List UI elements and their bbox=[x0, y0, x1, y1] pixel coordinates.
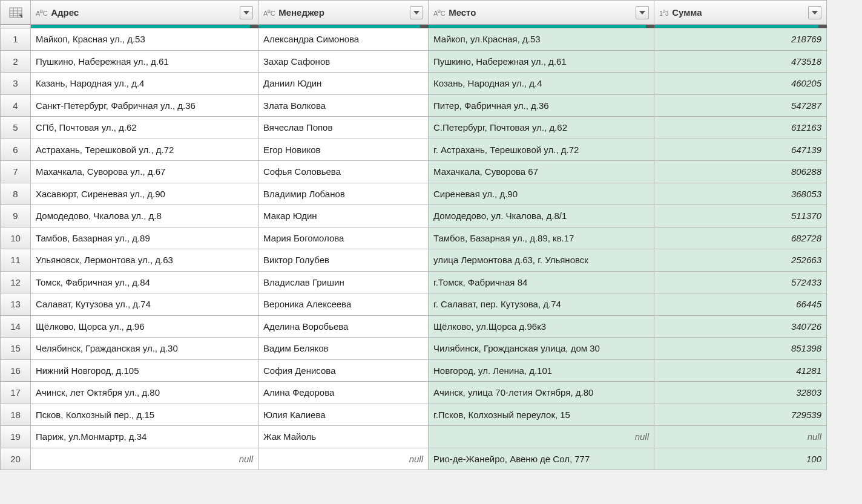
row-number[interactable]: 15 bbox=[1, 338, 31, 360]
cell-manager[interactable]: Мария Богомолова bbox=[258, 227, 429, 250]
cell-manager[interactable]: София Денисова bbox=[258, 360, 429, 382]
cell-address[interactable]: null bbox=[31, 448, 258, 471]
row-number[interactable]: 4 bbox=[1, 95, 31, 117]
cell-place[interactable]: Рио-де-Жанейро, Авеню де Сол, 777 bbox=[429, 448, 654, 471]
cell-sum[interactable]: 66445 bbox=[654, 293, 827, 316]
cell-address[interactable]: Майкоп, Красная ул., д.53 bbox=[31, 28, 258, 51]
row-number[interactable]: 12 bbox=[1, 272, 31, 294]
cell-sum[interactable]: null bbox=[654, 426, 827, 448]
cell-manager[interactable]: Аделина Воробьева bbox=[258, 316, 429, 338]
cell-address[interactable]: Париж, ул.Монмартр, д.34 bbox=[31, 426, 258, 448]
row-number[interactable]: 17 bbox=[1, 382, 31, 404]
row-number[interactable]: 3 bbox=[1, 73, 31, 95]
cell-sum[interactable]: 473518 bbox=[654, 51, 827, 73]
cell-place[interactable]: улица Лермонтова д.63, г. Ульяновск bbox=[429, 249, 654, 272]
cell-address[interactable]: Нижний Новгород, д.105 bbox=[31, 360, 258, 382]
cell-address[interactable]: Санкт-Петербург, Фабричная ул., д.36 bbox=[31, 95, 258, 117]
row-number[interactable]: 16 bbox=[1, 360, 31, 382]
cell-address[interactable]: Махачкала, Суворова ул., д.67 bbox=[31, 161, 258, 183]
cell-place[interactable]: Щёлково, ул.Щорса д.96к3 bbox=[429, 316, 654, 338]
cell-manager[interactable]: null bbox=[258, 448, 429, 471]
cell-sum[interactable]: 511370 bbox=[654, 205, 827, 227]
cell-manager[interactable]: Жак Майоль bbox=[258, 426, 429, 448]
row-number[interactable]: 6 bbox=[1, 139, 31, 162]
cell-place[interactable]: null bbox=[429, 426, 654, 448]
column-resize-handle[interactable] bbox=[250, 25, 258, 28]
row-number[interactable]: 8 bbox=[1, 183, 31, 206]
cell-sum[interactable]: 340726 bbox=[654, 316, 827, 338]
cell-sum[interactable]: 460205 bbox=[654, 73, 827, 95]
cell-place[interactable]: Питер, Фабричная ул., д.36 bbox=[429, 95, 654, 117]
cell-place[interactable]: Тамбов, Базарная ул., д.89, кв.17 bbox=[429, 227, 654, 250]
column-filter-button[interactable] bbox=[240, 6, 253, 19]
cell-sum[interactable]: 547287 bbox=[654, 95, 827, 117]
cell-address[interactable]: Томск, Фабричная ул., д.84 bbox=[31, 272, 258, 294]
row-number[interactable]: 18 bbox=[1, 404, 31, 427]
cell-manager[interactable]: Владимир Лобанов bbox=[258, 183, 429, 206]
cell-manager[interactable]: Егор Новиков bbox=[258, 139, 429, 162]
cell-address[interactable]: Пушкино, Набережная ул., д.61 bbox=[31, 51, 258, 73]
row-number[interactable]: 5 bbox=[1, 117, 31, 139]
cell-place[interactable]: г. Салават, пер. Кутузова, д.74 bbox=[429, 293, 654, 316]
cell-sum[interactable]: 851398 bbox=[654, 338, 827, 360]
column-header-2[interactable]: ABCМесто bbox=[429, 1, 654, 25]
cell-address[interactable]: Салават, Кутузова ул., д.74 bbox=[31, 293, 258, 316]
column-filter-button[interactable] bbox=[808, 6, 821, 19]
cell-place[interactable]: Сиреневая ул., д.90 bbox=[429, 183, 654, 206]
cell-sum[interactable]: 729539 bbox=[654, 404, 827, 427]
cell-address[interactable]: Щёлково, Щорса ул., д.96 bbox=[31, 316, 258, 338]
cell-place[interactable]: Ачинск, улица 70-летия Октября, д.80 bbox=[429, 382, 654, 404]
cell-place[interactable]: г.Псков, Колхозный переулок, 15 bbox=[429, 404, 654, 427]
cell-manager[interactable]: Вячеслав Попов bbox=[258, 117, 429, 139]
row-number[interactable]: 2 bbox=[1, 51, 31, 73]
cell-address[interactable]: СПб, Почтовая ул., д.62 bbox=[31, 117, 258, 139]
table-corner-button[interactable] bbox=[1, 1, 31, 25]
cell-manager[interactable]: Виктор Голубев bbox=[258, 249, 429, 272]
cell-place[interactable]: Махачкала, Суворова 67 bbox=[429, 161, 654, 183]
cell-manager[interactable]: Александра Симонова bbox=[258, 28, 429, 51]
column-resize-handle[interactable] bbox=[420, 25, 429, 28]
cell-place[interactable]: Чилябинск, Грожданская улица, дом 30 bbox=[429, 338, 654, 360]
row-number[interactable]: 9 bbox=[1, 205, 31, 227]
cell-sum[interactable]: 647139 bbox=[654, 139, 827, 162]
row-number[interactable]: 11 bbox=[1, 249, 31, 272]
cell-place[interactable]: Домодедово, ул. Чкалова, д.8/1 bbox=[429, 205, 654, 227]
cell-manager[interactable]: Захар Сафонов bbox=[258, 51, 429, 73]
cell-sum[interactable]: 100 bbox=[654, 448, 827, 471]
cell-sum[interactable]: 252663 bbox=[654, 249, 827, 272]
row-number[interactable]: 10 bbox=[1, 227, 31, 250]
cell-address[interactable]: Хасавюрт, Сиреневая ул., д.90 bbox=[31, 183, 258, 206]
row-number[interactable]: 20 bbox=[1, 448, 31, 471]
row-number[interactable]: 1 bbox=[1, 28, 31, 51]
cell-manager[interactable]: Владислав Гришин bbox=[258, 272, 429, 294]
row-number[interactable]: 19 bbox=[1, 426, 31, 448]
column-header-1[interactable]: ABCМенеджер bbox=[258, 1, 429, 25]
cell-sum[interactable]: 218769 bbox=[654, 28, 827, 51]
cell-address[interactable]: Ачинск, лет Октября ул., д.80 bbox=[31, 382, 258, 404]
cell-address[interactable]: Казань, Народная ул., д.4 bbox=[31, 73, 258, 95]
cell-sum[interactable]: 806288 bbox=[654, 161, 827, 183]
column-filter-button[interactable] bbox=[636, 6, 649, 19]
cell-sum[interactable]: 41281 bbox=[654, 360, 827, 382]
cell-address[interactable]: Челябинск, Гражданская ул., д.30 bbox=[31, 338, 258, 360]
cell-address[interactable]: Домодедово, Чкалова ул., д.8 bbox=[31, 205, 258, 227]
cell-sum[interactable]: 612163 bbox=[654, 117, 827, 139]
row-number[interactable]: 14 bbox=[1, 316, 31, 338]
cell-place[interactable]: Новгород, ул. Ленина, д.101 bbox=[429, 360, 654, 382]
cell-place[interactable]: Пушкино, Набережная ул., д.61 bbox=[429, 51, 654, 73]
cell-sum[interactable]: 368053 bbox=[654, 183, 827, 206]
cell-address[interactable]: Ульяновск, Лермонтова ул., д.63 bbox=[31, 249, 258, 272]
cell-sum[interactable]: 572433 bbox=[654, 272, 827, 294]
cell-place[interactable]: г.Томск, Фабричная 84 bbox=[429, 272, 654, 294]
cell-manager[interactable]: Злата Волкова bbox=[258, 95, 429, 117]
cell-address[interactable]: Тамбов, Базарная ул., д.89 bbox=[31, 227, 258, 250]
cell-address[interactable]: Псков, Колхозный пер., д.15 bbox=[31, 404, 258, 427]
cell-manager[interactable]: Даниил Юдин bbox=[258, 73, 429, 95]
cell-manager[interactable]: Софья Соловьева bbox=[258, 161, 429, 183]
cell-manager[interactable]: Вадим Беляков bbox=[258, 338, 429, 360]
row-number[interactable]: 7 bbox=[1, 161, 31, 183]
cell-place[interactable]: Козань, Народная ул., д.4 bbox=[429, 73, 654, 95]
cell-manager[interactable]: Макар Юдин bbox=[258, 205, 429, 227]
cell-sum[interactable]: 32803 bbox=[654, 382, 827, 404]
cell-manager[interactable]: Вероника Алексеева bbox=[258, 293, 429, 316]
